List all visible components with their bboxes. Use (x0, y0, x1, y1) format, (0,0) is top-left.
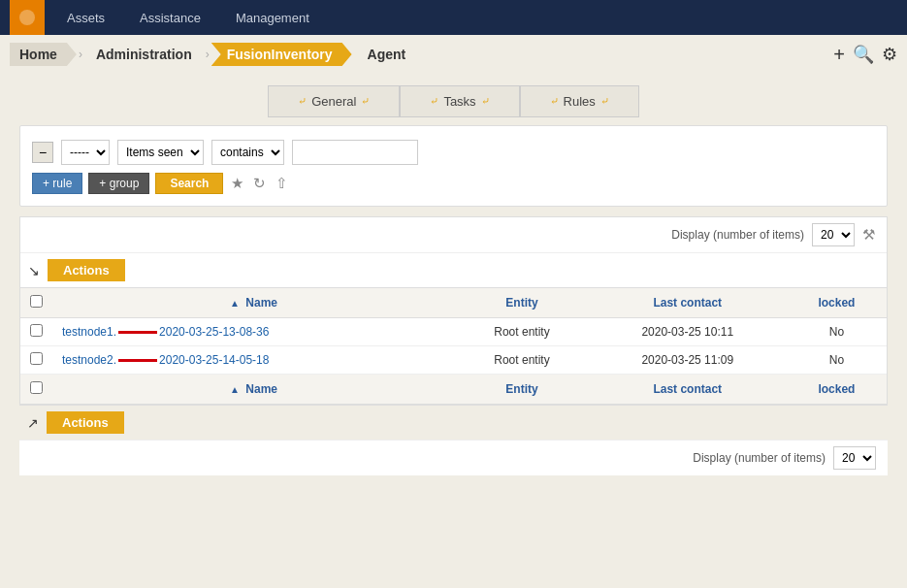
row2-locked: No (787, 346, 887, 375)
main-content: ⤶ General ⤶ ⤶ Tasks ⤶ ⤶ Rules ⤶ − ----- … (0, 74, 907, 495)
row2-last-contact: 2020-03-25 11:09 (589, 346, 787, 375)
tab-tasks[interactable]: ⤶ Tasks ⤶ (400, 85, 519, 117)
bookmark-icon[interactable]: ★ (229, 173, 245, 194)
header-name[interactable]: ▲ Name (52, 288, 455, 318)
tab-bar: ⤶ General ⤶ ⤶ Tasks ⤶ ⤶ Rules ⤶ (19, 74, 888, 125)
row2-checkbox-cell (20, 346, 52, 375)
search-button[interactable]: Search (155, 173, 223, 194)
bottom-display-count-select[interactable]: 20 (833, 446, 876, 470)
chevron-left-rules: ⤶ (550, 95, 559, 108)
breadcrumb: Home › Administration › FusionInventory … (0, 35, 907, 74)
up-arrow-icon: ↗ (27, 415, 39, 431)
chevron-right-tasks: ⤶ (481, 95, 490, 108)
chevron-right-general: ⤶ (361, 95, 370, 108)
redline-2 (118, 359, 157, 362)
row2-name: testnode2.2020-03-25-14-05-18 (52, 346, 455, 375)
display-count-select[interactable]: 20 (812, 223, 855, 246)
search-panel: − ----- Items seen contains + rule + gro… (19, 125, 888, 207)
add-icon[interactable]: + (833, 44, 845, 66)
bottom-actions-row: ↗ Actions (19, 406, 888, 440)
nav-assets[interactable]: Assets (49, 0, 122, 35)
row1-checkbox-cell (20, 318, 52, 346)
breadcrumb-home[interactable]: Home (10, 43, 77, 66)
data-table: ▲ Name Entity Last contact locked (20, 287, 887, 405)
arrow-up-icon[interactable]: ⇧ (274, 173, 290, 194)
row1-checkbox[interactable] (30, 324, 43, 337)
search-icon[interactable]: 🔍 (853, 44, 874, 65)
footer-entity[interactable]: Entity (455, 375, 589, 405)
nav-assistance[interactable]: Assistance (122, 0, 218, 35)
row1-last-contact: 2020-03-25 10:11 (589, 318, 787, 346)
remove-criterion-button[interactable]: − (32, 142, 53, 163)
row2-entity: Root entity (455, 346, 589, 375)
search-criterion-row: − ----- Items seen contains (32, 140, 875, 165)
bottom-display-label: Display (number of items) (693, 451, 826, 465)
tab-rules[interactable]: ⤶ Rules ⤶ (520, 85, 639, 117)
footer-last-contact[interactable]: Last contact (589, 375, 787, 405)
add-rule-button[interactable]: + rule (32, 173, 82, 194)
footer-locked[interactable]: locked (787, 375, 887, 405)
header-checkbox-cell (20, 288, 52, 318)
header-entity[interactable]: Entity (455, 288, 589, 318)
row1-entity: Root entity (455, 318, 589, 346)
chevron-left-tasks: ⤶ (430, 95, 438, 108)
chevron-right-rules: ⤶ (600, 95, 609, 108)
top-nav: Assets Assistance Management (0, 0, 907, 35)
svg-point-0 (19, 10, 35, 25)
footer-checkbox-cell (20, 375, 52, 405)
row2-checkbox[interactable] (30, 352, 43, 365)
nav-management[interactable]: Management (218, 0, 327, 35)
table-row: testnode2.2020-03-25-14-05-18 Root entit… (20, 346, 887, 375)
bottom-actions-button[interactable]: Actions (47, 411, 124, 434)
header-last-contact[interactable]: Last contact (589, 288, 787, 318)
select-all-checkbox[interactable] (30, 295, 43, 308)
sort-arrow-footer-name: ▲ (230, 384, 240, 395)
table-row: testnode1.2020-03-25-13-08-36 Root entit… (20, 318, 887, 346)
reset-icon[interactable]: ↻ (251, 173, 268, 194)
breadcrumb-actions: + 🔍 ⚙ (833, 44, 897, 66)
top-controls-row: Display (number of items) 20 ⚒ (20, 217, 887, 253)
table-area: Display (number of items) 20 ⚒ ↘ Actions… (19, 216, 888, 406)
table-settings-icon[interactable]: ⚒ (862, 226, 875, 244)
display-items-label: Display (number of items) (671, 228, 804, 242)
criterion-select[interactable]: ----- (61, 140, 110, 165)
tab-general[interactable]: ⤶ General ⤶ (268, 85, 400, 117)
row1-locked: No (787, 318, 887, 346)
breadcrumb-plugin[interactable]: FusionInventory (211, 43, 352, 66)
settings-icon[interactable]: ⚙ (882, 44, 897, 65)
top-actions-row: ↘ Actions (20, 253, 887, 287)
field-select[interactable]: Items seen (117, 140, 204, 165)
header-locked[interactable]: locked (787, 288, 887, 318)
sort-arrow-name: ▲ (230, 298, 240, 309)
footer-name[interactable]: ▲ Name (52, 375, 455, 405)
footer-select-all-checkbox[interactable] (30, 381, 43, 394)
operator-select[interactable]: contains (211, 140, 284, 165)
row1-name-link[interactable]: testnode1.2020-03-25-13-08-36 (62, 325, 269, 339)
bottom-controls-row: Display (number of items) 20 (19, 440, 888, 475)
chevron-left-general: ⤶ (298, 95, 307, 108)
top-actions-button[interactable]: Actions (48, 259, 125, 281)
row2-name-link[interactable]: testnode2.2020-03-25-14-05-18 (62, 353, 269, 367)
add-group-button[interactable]: + group (88, 173, 149, 194)
down-arrow-icon: ↘ (28, 263, 40, 278)
search-actions: + rule + group Search ★ ↻ ⇧ (32, 173, 875, 194)
logo (10, 0, 45, 35)
breadcrumb-page: Agent (356, 43, 418, 66)
breadcrumb-admin[interactable]: Administration (84, 43, 204, 66)
search-value-input[interactable] (292, 140, 418, 165)
row1-name: testnode1.2020-03-25-13-08-36 (52, 318, 455, 346)
redline-1 (118, 331, 157, 334)
